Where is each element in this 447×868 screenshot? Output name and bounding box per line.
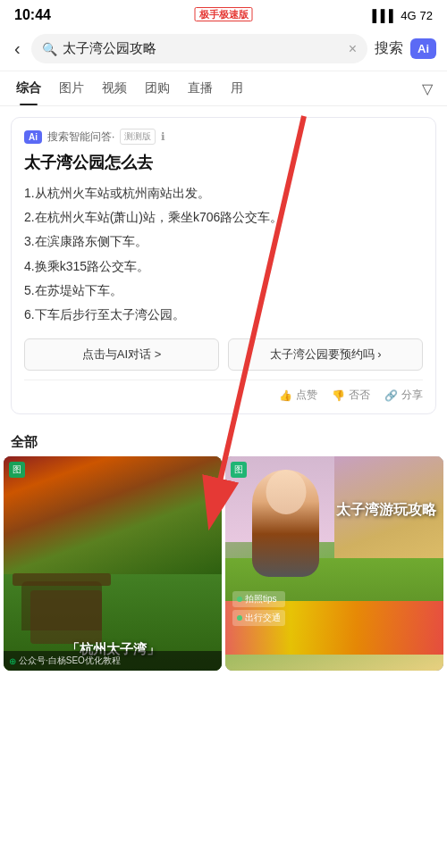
search-button[interactable]: 搜索 — [375, 39, 403, 58]
search-bar: ‹ 🔍 太子湾公园攻略 × 搜索 Ai — [0, 27, 447, 71]
search-icon: 🔍 — [42, 42, 57, 56]
card2-tag-2: 出行交通 — [232, 610, 285, 626]
result-card-1[interactable]: 图 「杭州太子湾」 ⊕ 公众号·白杨SEO优化教程 — [4, 456, 222, 671]
search-query-text: 太子湾公园攻略 — [63, 40, 343, 57]
search-tabs: 综合 图片 视频 团购 直播 用 ▽ — [0, 71, 447, 106]
share-button[interactable]: 🔗 分享 — [384, 388, 423, 403]
tag1-text: 拍照tips — [245, 593, 277, 605]
logo-text: 极手极速版 — [195, 7, 253, 21]
ai-reserve-button[interactable]: 太子湾公园要预约吗 › — [228, 338, 423, 371]
ai-answer-content: 1.从杭州火车站或杭州南站出发。 2.在杭州火车站(萧山)站，乘坐k706路公交… — [24, 182, 423, 326]
card1-type-icon: 图 — [9, 462, 25, 478]
ai-step-1: 1.从杭州火车站或杭州南站出发。 — [24, 182, 423, 204]
ai-step-2: 2.在杭州火车站(萧山)站，乘坐k706路公交车。 — [24, 206, 423, 229]
card1-source: 公众号·白杨SEO优化教程 — [19, 655, 121, 667]
clear-search-button[interactable]: × — [349, 41, 357, 57]
ai-beta-badge: 测测版 — [120, 129, 156, 145]
wechat-icon: ⊕ — [9, 656, 16, 666]
card1-source-bar: ⊕ 公众号·白杨SEO优化教程 — [4, 651, 222, 671]
tag-dot-1 — [237, 597, 242, 602]
ai-step-3: 3.在滨康路东侧下车。 — [24, 230, 423, 253]
like-label: 点赞 — [296, 388, 317, 403]
card2-overlay: 图 太子湾游玩攻略 拍照tips 出行交通 — [225, 456, 443, 671]
tab-comprehensive[interactable]: 综合 — [7, 71, 50, 105]
ai-header-text: 搜索智能问答· — [47, 129, 114, 145]
tab-images[interactable]: 图片 — [50, 71, 93, 105]
tab-more[interactable]: 用 — [222, 71, 252, 105]
status-icons: ▌▌▌ 4G 72 — [373, 9, 433, 22]
search-input-wrap[interactable]: 🔍 太子湾公园攻略 × — [31, 34, 367, 63]
ai-label-badge: Ai — [24, 130, 42, 144]
result-card-2[interactable]: 图 太子湾游玩攻略 拍照tips 出行交通 — [225, 456, 443, 671]
card2-tag-1: 拍照tips — [232, 591, 285, 607]
ai-answer-card: Ai 搜索智能问答· 测测版 ℹ 太子湾公园怎么去 1.从杭州火车站或杭州南站出… — [11, 117, 436, 414]
share-label: 分享 — [401, 388, 423, 403]
dislike-label: 否否 — [349, 388, 370, 403]
like-button[interactable]: 👍 点赞 — [279, 388, 317, 403]
ai-button[interactable]: Ai — [410, 38, 436, 59]
feedback-row: 👍 点赞 👎 否否 🔗 分享 — [24, 380, 423, 403]
status-time: 10:44 — [14, 7, 51, 23]
dislike-button[interactable]: 👎 否否 — [332, 388, 370, 403]
card1-overlay: 图 「杭州太子湾」 ⊕ 公众号·白杨SEO优化教程 — [4, 456, 222, 671]
app-logo: 极手极速版 — [195, 5, 253, 21]
filter-icon[interactable]: ▽ — [415, 73, 440, 104]
image-grid: 图 「杭州太子湾」 ⊕ 公众号·白杨SEO优化教程 图 太子湾游玩攻略 — [0, 456, 447, 671]
thumbs-up-icon: 👍 — [279, 389, 292, 402]
tab-live[interactable]: 直播 — [179, 71, 222, 105]
card2-title: 太子湾游玩攻略 — [336, 501, 436, 520]
share-icon: 🔗 — [384, 389, 398, 402]
battery-icon: 72 — [420, 9, 433, 22]
info-icon[interactable]: ℹ — [161, 130, 165, 143]
ai-answer-header: Ai 搜索智能问答· 测测版 ℹ — [24, 129, 423, 145]
thumbs-down-icon: 👎 — [332, 389, 345, 402]
card2-tags: 拍照tips 出行交通 — [232, 591, 285, 626]
tag2-text: 出行交通 — [245, 612, 281, 624]
card2-type-icon: 图 — [231, 462, 247, 478]
ai-step-5: 5.在苏堤站下车。 — [24, 280, 423, 302]
ai-step-4: 4.换乘k315路公交车。 — [24, 255, 423, 278]
ai-step-6: 6.下车后步行至太子湾公园。 — [24, 304, 423, 326]
network-type: 4G — [401, 9, 416, 22]
tab-groupbuy[interactable]: 团购 — [136, 71, 179, 105]
section-all-label: 全部 — [0, 425, 447, 456]
tab-videos[interactable]: 视频 — [93, 71, 136, 105]
signal-icon: ▌▌▌ — [373, 9, 398, 22]
tag-dot-2 — [237, 615, 242, 621]
status-bar: 10:44 极手极速版 ▌▌▌ 4G 72 — [0, 0, 447, 27]
ai-action-buttons: 点击与AI对话 > 太子湾公园要预约吗 › — [24, 338, 423, 371]
ai-chat-button[interactable]: 点击与AI对话 > — [24, 338, 219, 371]
back-button[interactable]: ‹ — [11, 38, 24, 59]
ai-question-title: 太子湾公园怎么去 — [24, 152, 423, 173]
